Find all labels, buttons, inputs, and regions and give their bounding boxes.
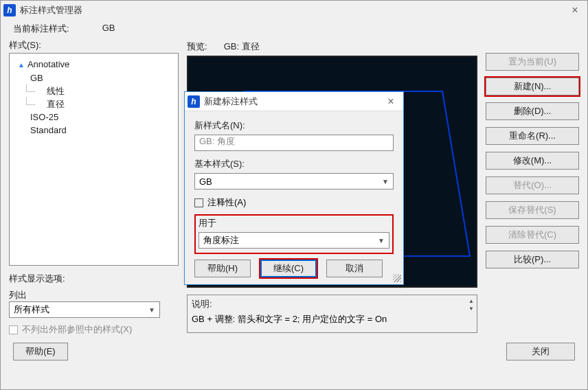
tree-item-diameter[interactable]: 直径: [18, 98, 177, 111]
use-for-combo[interactable]: 角度标注 ▼: [199, 232, 389, 249]
chevron-down-icon: ▼: [382, 178, 389, 185]
tree-item-iso25[interactable]: ISO-25: [18, 111, 177, 124]
chevron-down-icon: ▼: [378, 237, 385, 244]
desc-down-icon[interactable]: ▼: [468, 306, 474, 312]
app-icon: h: [188, 95, 200, 108]
chevron-down-icon: ▼: [148, 306, 155, 314]
new-dimstyle-dialog: h 新建标注样式 × 新样式名(N): GB: 角度 基本样式(S): GB ▼…: [184, 91, 404, 285]
save-override-button[interactable]: 保存替代(S): [486, 201, 579, 219]
description-text: GB + 调整: 箭头和文字 = 2; 用户定位的文字 = On: [192, 313, 473, 325]
list-label: 列出: [9, 289, 179, 301]
close-button[interactable]: 关闭: [506, 343, 575, 360]
styles-label: 样式(S):: [9, 39, 41, 51]
new-name-label: 新样式名(N):: [194, 119, 394, 132]
exclude-xref-checkbox[interactable]: 不列出外部参照中的样式(X): [9, 323, 179, 336]
use-for-group: 用于 角度标注 ▼: [194, 214, 394, 254]
cancel-button[interactable]: 取消: [326, 260, 383, 277]
window-title: 标注样式管理器: [20, 4, 565, 16]
modal-close-icon[interactable]: ×: [381, 95, 400, 108]
help-button[interactable]: 帮助(E): [13, 343, 68, 360]
clear-override-button[interactable]: 清除替代(C): [486, 226, 579, 244]
checkbox-box: [9, 325, 18, 334]
tree-item-annotative[interactable]: Annotative: [18, 58, 177, 71]
desc-up-icon[interactable]: ▲: [468, 298, 474, 304]
styles-tree[interactable]: Annotative GB 线性 直径 ISO-25 Standard: [9, 53, 179, 266]
annotative-checkbox[interactable]: 注释性(A): [194, 196, 394, 209]
titlebar: h 标注样式管理器 ×: [1, 1, 587, 20]
app-icon: h: [3, 4, 16, 16]
description-box: 说明: GB + 调整: 箭头和文字 = 2; 用户定位的文字 = On ▲ ▼: [187, 295, 477, 333]
resize-grip-icon[interactable]: [393, 274, 401, 282]
modal-help-button[interactable]: 帮助(H): [194, 260, 251, 277]
close-icon[interactable]: ×: [565, 4, 585, 16]
modal-title: 新建标注样式: [204, 95, 381, 108]
new-button[interactable]: 新建(N)...: [486, 78, 579, 95]
list-filter-combo[interactable]: 所有样式 ▼: [9, 301, 160, 318]
new-name-input[interactable]: GB: 角度: [194, 135, 394, 151]
tree-item-linear[interactable]: 线性: [18, 84, 177, 98]
tree-item-gb[interactable]: GB: [18, 71, 177, 84]
current-style-label: 当前标注样式:: [13, 23, 69, 35]
base-style-combo[interactable]: GB ▼: [194, 173, 394, 190]
compare-button[interactable]: 比较(P)...: [486, 251, 579, 268]
preview-current: GB: 直径: [224, 41, 260, 53]
tree-item-standard[interactable]: Standard: [18, 124, 177, 137]
override-button[interactable]: 替代(O)...: [486, 176, 579, 194]
checkbox-box: [194, 198, 203, 207]
delete-button[interactable]: 删除(D)...: [486, 102, 579, 120]
use-for-label: 用于: [199, 217, 389, 229]
preview-label: 预览:: [187, 41, 207, 53]
set-current-button[interactable]: 置为当前(U): [486, 53, 579, 71]
rename-button[interactable]: 重命名(R)...: [486, 127, 579, 145]
base-style-label: 基本样式(S):: [194, 158, 394, 170]
current-style-value: GB: [102, 23, 115, 35]
description-label: 说明:: [192, 298, 473, 310]
continue-button[interactable]: 继续(C): [260, 260, 317, 277]
modify-button[interactable]: 修改(M)...: [486, 152, 579, 170]
display-options-label: 样式显示选项:: [9, 273, 179, 285]
